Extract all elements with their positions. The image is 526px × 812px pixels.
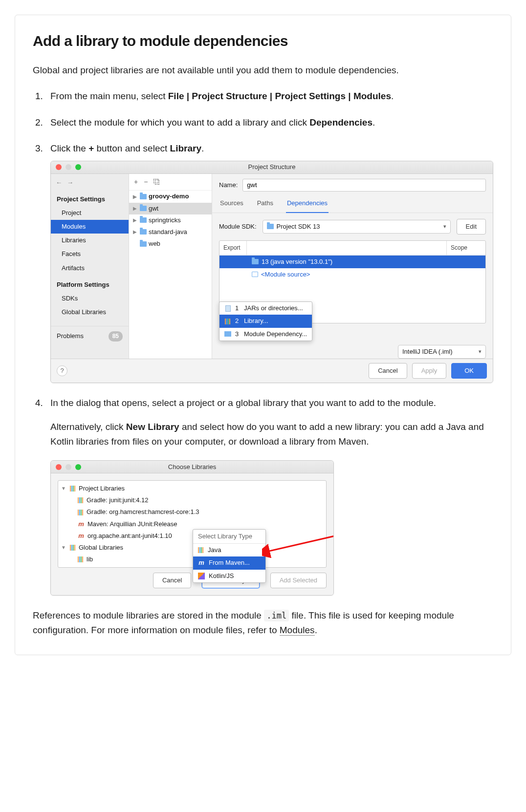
nav-item-facets[interactable]: Facets: [51, 247, 129, 261]
problems-count-badge: 85: [109, 331, 123, 342]
tab-sources[interactable]: Sources: [219, 195, 244, 213]
cancel-button[interactable]: Cancel: [153, 573, 191, 588]
library-icon: [198, 547, 204, 553]
ok-button[interactable]: OK: [451, 363, 487, 379]
step-2-prefix: Select the module for which you want to …: [50, 117, 309, 128]
remove-module-icon[interactable]: −: [144, 177, 148, 188]
zoom-icon[interactable]: [75, 164, 81, 170]
lib-label: Gradle: junit:junit:4.12: [87, 495, 148, 505]
forward-icon[interactable]: →: [67, 178, 73, 188]
expand-icon[interactable]: ▶: [133, 193, 138, 201]
lib-global-lib[interactable]: lib: [58, 554, 326, 565]
nav-item-problems[interactable]: Problems 85: [51, 326, 129, 346]
module-web[interactable]: ▶ web: [129, 238, 212, 250]
doc-section: Add a library to module dependencies Glo…: [15, 15, 511, 655]
module-label: standard-java: [149, 227, 187, 237]
help-button[interactable]: ?: [57, 365, 67, 376]
close-icon[interactable]: [56, 464, 62, 470]
popup-label: Module Dependency...: [244, 329, 307, 339]
titlebar: Choose Libraries: [51, 461, 333, 473]
lead-paragraph: Global and project libraries are not ava…: [33, 63, 493, 77]
step-4-line2-a: Alternatively, click: [50, 422, 126, 432]
cancel-button[interactable]: Cancel: [369, 363, 407, 379]
library-icon: [78, 510, 84, 515]
select-library-type-popup: Select Library Type Java m From Maven...…: [193, 529, 266, 583]
expand-icon[interactable]: ▶: [133, 228, 138, 236]
step-1-suffix: .: [391, 91, 394, 101]
module-editor: Name: Sources Paths Dependencies Module …: [212, 174, 493, 359]
editor-tabs: Sources Paths Dependencies: [212, 194, 493, 213]
modules-link[interactable]: Modules: [280, 625, 315, 636]
dep-row-sdk[interactable]: 13 (java version "13.0.1"): [219, 256, 485, 268]
storage-format-select[interactable]: IntelliJ IDEA (.iml): [398, 345, 486, 359]
settings-nav: ← → Project Settings Project Modules Lib…: [51, 174, 129, 359]
collapse-icon[interactable]: ▼: [61, 485, 67, 492]
expand-icon[interactable]: ▶: [133, 205, 138, 213]
minimize-icon[interactable]: [66, 164, 71, 170]
zoom-icon[interactable]: [75, 464, 81, 470]
name-field[interactable]: [242, 179, 486, 192]
module-gwt[interactable]: ▶ gwt: [129, 203, 212, 214]
type-kotlin-js[interactable]: Kotlin/JS: [193, 570, 265, 582]
edit-sdk-button[interactable]: Edit: [457, 219, 486, 235]
dialog-button-bar: Cancel New Library... Add Selected: [58, 568, 327, 588]
copy-module-icon[interactable]: ⿻: [153, 177, 160, 188]
back-icon[interactable]: ←: [56, 178, 62, 188]
sdk-icon: [252, 259, 259, 264]
step-1-prefix: From the main menu, select: [50, 91, 168, 101]
add-selected-button[interactable]: Add Selected: [270, 573, 327, 588]
expand-icon[interactable]: ▶: [133, 216, 138, 224]
add-module-icon[interactable]: +: [134, 177, 138, 188]
sdk-select[interactable]: Project SDK 13: [263, 220, 451, 234]
nav-item-artifacts[interactable]: Artifacts: [51, 261, 129, 275]
apply-button[interactable]: Apply: [412, 363, 447, 379]
tab-paths[interactable]: Paths: [256, 195, 274, 213]
step-2-suffix: .: [373, 117, 375, 128]
format-value: IntelliJ IDEA (.iml): [402, 347, 453, 357]
module-standard-java[interactable]: ▶ standard-java: [129, 226, 212, 238]
nav-item-global-libraries[interactable]: Global Libraries: [51, 305, 129, 319]
lib-junit[interactable]: Gradle: junit:junit:4.12: [58, 494, 326, 506]
popup-module-dep[interactable]: 3 Module Dependency...: [219, 328, 312, 341]
module-label: groovy-demo: [149, 192, 189, 201]
module-label: springtricks: [149, 215, 181, 225]
step-3-prefix: Click the: [50, 143, 88, 153]
module-groovy-demo[interactable]: ▶ groovy-demo: [129, 191, 212, 202]
module-icon: [140, 194, 147, 199]
nav-back-forward: ← →: [51, 176, 129, 190]
lib-hamcrest[interactable]: Gradle: org.hamcrest:hamcrest-core:1.3: [58, 506, 326, 518]
lib-ant-junit[interactable]: m org.apache.ant:ant-junit4:1.10: [58, 530, 326, 542]
module-icon: [224, 331, 231, 337]
library-group-icon: [70, 486, 76, 491]
collapse-icon[interactable]: ▼: [61, 544, 67, 552]
closing-paragraph: References to module libraries are store…: [33, 608, 493, 637]
lib-label: Gradle: org.hamcrest:hamcrest-core:1.3: [87, 507, 199, 517]
tab-dependencies[interactable]: Dependencies: [286, 195, 329, 213]
dep-row-module-source[interactable]: <Module source>: [219, 268, 485, 281]
close-icon[interactable]: [56, 164, 62, 170]
group-project-libraries[interactable]: ▼ Project Libraries: [58, 483, 326, 494]
iml-code: .iml: [264, 610, 289, 621]
group-global-libraries[interactable]: ▼ Global Libraries: [58, 542, 326, 554]
type-from-maven[interactable]: m From Maven...: [193, 556, 265, 569]
sdk-label: Module SDK:: [219, 222, 257, 232]
titlebar: Project Structure: [51, 161, 493, 174]
nav-item-modules[interactable]: Modules: [51, 220, 129, 234]
step-4-line2: Alternatively, click New Library and sel…: [50, 420, 493, 449]
nav-item-sdks[interactable]: SDKs: [51, 292, 129, 305]
step-1-bold: File | Project Structure | Project Setti…: [168, 91, 391, 101]
popup-library[interactable]: 2 Library...: [219, 315, 312, 327]
minimize-icon[interactable]: [66, 464, 71, 470]
module-label: web: [149, 239, 160, 249]
closing-a: References to module libraries are store…: [33, 610, 264, 620]
lib-arquillian[interactable]: m Maven: Arquillian JUnit:Release: [58, 518, 326, 530]
nav-item-project[interactable]: Project: [51, 206, 129, 220]
lib-label: Maven: Arquillian JUnit:Release: [88, 519, 177, 529]
type-java[interactable]: Java: [193, 544, 265, 556]
popup-jars[interactable]: 1 JARs or directories...: [219, 302, 312, 315]
group-label: Project Libraries: [79, 484, 125, 493]
nav-item-libraries[interactable]: Libraries: [51, 234, 129, 247]
module-springtricks[interactable]: ▶ springtricks: [129, 214, 212, 226]
steps-list: From the main menu, select File | Projec…: [33, 89, 493, 596]
group-label: Global Libraries: [79, 543, 123, 553]
